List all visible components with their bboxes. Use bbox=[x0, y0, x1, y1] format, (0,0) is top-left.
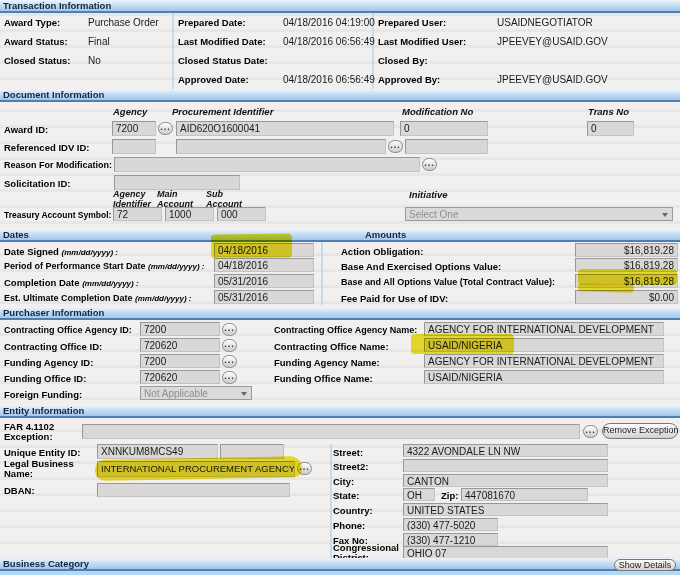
contracting-office-id-lookup-button[interactable]: ... bbox=[222, 339, 237, 352]
award-type-value: Purchase Order bbox=[88, 17, 159, 28]
funding-office-name-label: Funding Office Name: bbox=[274, 373, 373, 384]
solicitation-id-field[interactable] bbox=[114, 175, 240, 190]
solicitation-id-label: Solicitation ID: bbox=[4, 178, 71, 189]
phone-label: Phone: bbox=[333, 520, 365, 531]
reason-for-modification-lookup-button[interactable]: ... bbox=[422, 158, 437, 171]
treasury-agency-identifier-field[interactable]: 72 bbox=[113, 207, 162, 221]
column-divider bbox=[330, 444, 332, 558]
contracting-office-id-label: Contracting Office ID: bbox=[4, 341, 102, 352]
last-modified-user-label: Last Modified User: bbox=[378, 36, 466, 47]
base-and-all-options-value-label: Base and All Options Value (Total Contra… bbox=[341, 277, 555, 287]
section-title: Purchaser Information bbox=[3, 307, 104, 318]
completion-date-field[interactable]: 05/31/2016 bbox=[214, 274, 314, 288]
referenced-idv-lookup-button[interactable]: ... bbox=[388, 140, 403, 153]
chevron-down-icon bbox=[662, 213, 668, 217]
initiative-select[interactable]: Select One bbox=[405, 207, 673, 221]
state-label: State: bbox=[333, 490, 359, 501]
show-details-button[interactable]: Show Details bbox=[614, 559, 676, 571]
column-divider bbox=[172, 13, 174, 89]
referenced-idv-piid-field[interactable] bbox=[176, 139, 386, 154]
treasury-account-symbol-label: Treasury Account Symbol: bbox=[4, 210, 111, 220]
funding-agency-name-field[interactable]: AGENCY FOR INTERNATIONAL DEVELOPMENT bbox=[424, 354, 664, 368]
trans-no-column-header: Trans No bbox=[588, 106, 629, 117]
referenced-idv-agency-field[interactable] bbox=[112, 139, 156, 154]
far-exception-field[interactable] bbox=[82, 424, 580, 439]
approved-date-value: 04/18/2016 06:56:49 bbox=[283, 74, 375, 85]
highlight-legal-business-name bbox=[95, 456, 302, 481]
dban-field[interactable] bbox=[97, 483, 290, 497]
funding-office-name-field[interactable]: USAID/NIGERIA bbox=[424, 370, 664, 384]
approved-by-value: JPEEVEY@USAID.GOV bbox=[497, 74, 608, 85]
initiative-selected-value: Select One bbox=[409, 209, 458, 220]
foreign-funding-selected-value: Not Applicable bbox=[144, 388, 208, 399]
chevron-down-icon bbox=[241, 392, 247, 396]
procurement-identifier-column-header: Procurement Identifier bbox=[172, 106, 273, 117]
treasury-sub-account-field[interactable]: 000 bbox=[217, 207, 266, 221]
section-header-business-category: Business Category bbox=[0, 558, 680, 571]
contracting-office-agency-id-field[interactable]: 7200 bbox=[140, 322, 220, 336]
highlight-base-and-all-options-value-tail bbox=[578, 283, 634, 292]
zip-label: Zip: bbox=[441, 490, 458, 501]
bottom-strip bbox=[0, 571, 680, 575]
country-label: Country: bbox=[333, 505, 373, 516]
closed-by-label: Closed By: bbox=[378, 55, 428, 66]
funding-office-id-lookup-button[interactable]: ... bbox=[222, 371, 237, 384]
unique-entity-id-field[interactable]: XNNKUM8MCS49 bbox=[97, 444, 218, 459]
highlight-contracting-office-name bbox=[411, 334, 514, 354]
fax-no-field[interactable]: (330) 477-1210 bbox=[403, 533, 498, 546]
phone-field[interactable]: (330) 477-5020 bbox=[403, 518, 498, 531]
period-of-performance-start-date-field[interactable]: 04/18/2016 bbox=[214, 258, 314, 272]
far-exception-lookup-button[interactable]: ... bbox=[583, 425, 598, 438]
funding-agency-id-lookup-button[interactable]: ... bbox=[222, 355, 237, 368]
completion-date-label: Completion Date (mm/dd/yyyy) : bbox=[4, 277, 139, 288]
sub-account-header-line1: Sub bbox=[206, 189, 223, 199]
funding-office-id-field[interactable]: 720620 bbox=[140, 370, 220, 384]
award-id-mod-no-field[interactable]: 0 bbox=[400, 121, 488, 136]
country-field[interactable]: UNITED STATES bbox=[403, 503, 608, 516]
treasury-main-account-field[interactable]: 1000 bbox=[165, 207, 214, 221]
base-and-exercised-options-value-label: Base And Exercised Options Value: bbox=[341, 261, 501, 272]
dates-section-title: Dates bbox=[3, 229, 29, 240]
approved-date-label: Approved Date: bbox=[178, 74, 249, 85]
main-account-header-line1: Main bbox=[157, 189, 178, 199]
state-field[interactable]: OH bbox=[403, 488, 435, 501]
action-obligation-label: Action Obligation: bbox=[341, 246, 423, 257]
agency-identifier-header-line1: Agency bbox=[113, 189, 146, 199]
unique-entity-id-label: Unique Entity ID: bbox=[4, 447, 81, 458]
award-id-trans-no-field[interactable]: 0 bbox=[587, 121, 634, 136]
amounts-section-title: Amounts bbox=[365, 229, 406, 240]
period-of-performance-start-date-label: Period of Performance Start Date (mm/dd/… bbox=[4, 261, 205, 271]
initiative-header: Initiative bbox=[409, 189, 448, 200]
column-divider bbox=[321, 242, 323, 305]
street-field[interactable]: 4322 AVONDALE LN NW bbox=[403, 444, 608, 457]
agency-column-header: Agency bbox=[113, 106, 147, 117]
street2-field[interactable] bbox=[403, 459, 608, 472]
section-title: Transaction Information bbox=[3, 0, 111, 11]
section-header-purchaser-information: Purchaser Information bbox=[0, 307, 680, 320]
award-id-piid-field[interactable]: AID620O1600041 bbox=[176, 121, 394, 136]
section-title: Document Information bbox=[3, 89, 104, 100]
funding-agency-name-label: Funding Agency Name: bbox=[274, 357, 380, 368]
fpds-contract-form: Transaction Information Award Type: Purc… bbox=[0, 0, 680, 575]
remove-exception-button[interactable]: Remove Exception bbox=[602, 423, 678, 439]
referenced-idv-id-label: Referenced IDV ID: bbox=[4, 142, 90, 153]
prepared-user-label: Prepared User: bbox=[378, 17, 446, 28]
contracting-office-id-field[interactable]: 720620 bbox=[140, 338, 220, 352]
action-obligation-field[interactable]: $16,819.28 bbox=[575, 243, 678, 257]
foreign-funding-select[interactable]: Not Applicable bbox=[140, 386, 252, 400]
modification-no-column-header: Modification No bbox=[402, 106, 473, 117]
award-id-agency-lookup-button[interactable]: ... bbox=[158, 122, 173, 135]
contracting-office-agency-id-lookup-button[interactable]: ... bbox=[222, 323, 237, 336]
est-ultimate-completion-date-field[interactable]: 05/31/2016 bbox=[214, 290, 314, 304]
referenced-idv-mod-no-field[interactable] bbox=[405, 139, 488, 154]
closed-status-date-label: Closed Status Date: bbox=[178, 55, 268, 66]
city-field[interactable]: CANTON bbox=[403, 474, 608, 487]
funding-agency-id-label: Funding Agency ID: bbox=[4, 357, 93, 368]
funding-agency-id-field[interactable]: 7200 bbox=[140, 354, 220, 368]
reason-for-modification-field[interactable] bbox=[114, 157, 420, 172]
zip-field[interactable]: 447081670 bbox=[461, 488, 588, 501]
section-header-dates-amounts: Dates Amounts bbox=[0, 229, 680, 242]
award-id-agency-field[interactable]: 7200 bbox=[112, 121, 156, 136]
street-label: Street: bbox=[333, 447, 363, 458]
contracting-office-name-label: Contracting Office Name: bbox=[274, 341, 389, 352]
